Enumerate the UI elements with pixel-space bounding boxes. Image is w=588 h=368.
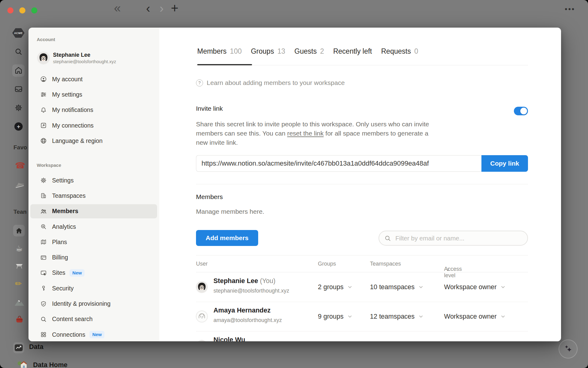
search-icon[interactable] [14,48,23,56]
tab-label: Members [197,47,227,56]
tab-count: 0 [414,47,418,56]
sidebar-item-members[interactable]: Members [28,204,159,219]
sidebar-item-content-search[interactable]: Content search [28,312,159,327]
invite-link-toggle[interactable] [514,107,528,115]
data-page-icon[interactable] [13,342,24,353]
sidebar-item-billing[interactable]: Billing [28,250,159,265]
add-members-button[interactable]: Add members [196,230,258,246]
sidebar-item-identity-provisioning[interactable]: Identity & provisioning [28,296,159,311]
tab-members[interactable]: Members 100 [197,47,242,56]
groups-dropdown[interactable]: 9 groups [318,302,352,331]
sidebar-item-analytics[interactable]: Analytics [28,219,159,234]
chevron-down-icon [348,315,352,318]
copy-link-button[interactable]: Copy link [481,155,528,172]
search-icon [384,235,391,242]
bag-emoji-icon[interactable] [15,316,24,323]
account-user-name: Stephanie Lee [53,52,116,59]
magnifier-plus-icon [40,223,47,230]
forward-icon[interactable]: › [160,2,164,14]
workspace-logo[interactable]: ACME [12,28,24,38]
coffee-emoji-icon[interactable]: ☕ [16,244,23,252]
close-window-button[interactable] [7,7,13,13]
you-suffix: (You) [258,277,276,285]
tab-label: Recently left [333,47,372,56]
member-name: Amaya Hernandez [213,307,270,314]
tab-groups[interactable]: Groups 13 [251,47,285,56]
more-options-icon[interactable]: ••• [565,6,575,13]
telephone-emoji-icon[interactable]: ☎ [15,162,25,170]
sidebar-item-data[interactable]: Data [29,343,43,351]
sidebar-item-plans[interactable]: Plans [28,234,159,250]
add-page-icon[interactable]: + [14,122,23,131]
settings-gear-icon[interactable] [14,104,23,112]
chevron-down-icon [501,286,505,288]
pencil-emoji-icon[interactable]: ✏ [15,280,22,288]
chevron-down-icon [501,315,505,318]
sidebar-collapse-icon[interactable]: « [114,2,121,14]
sneaker-emoji-icon[interactable] [14,180,25,189]
learn-link[interactable]: ? Learn about adding members to your wor… [196,79,345,86]
sort-descending-icon: ↓ [447,266,449,272]
access-level-dropdown[interactable]: Workspace owner [444,302,505,331]
tab-guests[interactable]: Guests 2 [294,47,324,56]
notion-ai-button[interactable] [559,339,578,358]
description-line: new invite link. [196,138,429,147]
account-menu: My account My settings My notifications [28,71,159,148]
tab-recently-left[interactable]: Recently left [333,47,372,56]
sidebar-item-my-notifications[interactable]: My notifications [28,102,159,118]
column-header-user: User [196,261,208,267]
tab-requests[interactable]: Requests 0 [381,47,418,56]
sidebar-item-settings[interactable]: Settings [28,173,159,188]
home-icon[interactable] [14,66,23,75]
sidebar-item-my-settings[interactable]: My settings [28,87,159,102]
teamspaces-dropdown[interactable]: 12 teamspaces [370,302,423,331]
credit-card-icon [40,254,47,261]
access-level-dropdown[interactable]: Workspace owner [444,272,505,302]
reset-link[interactable]: reset the link [287,130,324,137]
learn-link-label: Learn about adding members to your works… [207,79,345,86]
sidebar-item-label: My notifications [52,106,93,113]
avatar [196,281,208,293]
sidebar-item-my-account[interactable]: My account [28,71,159,87]
members-section-title: Members [196,193,223,201]
mountain-emoji-icon[interactable] [14,299,24,306]
sidebar-item-label: Connections [52,331,85,338]
sidebar-item-sites[interactable]: Sites New [28,265,159,281]
filter-input[interactable] [395,234,522,242]
description-line: members can see this. You can reset the … [196,129,429,138]
description-line: Share this secret link to invite people … [196,120,429,129]
sidebar-item-label: Sites [52,269,65,276]
inbox-icon[interactable] [14,85,23,93]
member-email: amaya@toolsforthought.xyz [213,317,282,324]
member-row: Nicole Wu [196,331,528,341]
bench-emoji-icon[interactable] [15,263,24,269]
new-badge: New [70,269,85,277]
member-email: stephanie@toolsforthought.xyz [213,288,289,294]
back-icon[interactable]: ‹ [146,2,150,14]
chevron-down-icon [348,286,352,288]
teamspaces-dropdown[interactable]: 10 teamspaces [370,272,423,302]
avatar [196,311,208,322]
invite-url-input[interactable] [196,155,481,172]
teamspace-home-icon[interactable] [13,225,25,236]
sliders-icon [40,91,47,98]
sidebar-item-security[interactable]: Security [28,281,159,296]
data-home-page-icon[interactable] [17,360,27,368]
sidebar-item-my-connections[interactable]: My connections [28,118,159,133]
groups-dropdown[interactable]: 2 groups [318,272,352,302]
groups-value: 9 groups [318,313,344,320]
sidebar-item-teamspaces[interactable]: Teamspaces [28,188,159,203]
filter-field[interactable] [379,231,528,246]
zoom-window-button[interactable] [31,7,37,13]
description-text: for all space members to generate a [324,130,428,137]
globe-icon [40,137,47,144]
account-profile[interactable]: Stephanie Lee stephanie@toolsforthought.… [37,52,116,64]
sidebar-item-label: Teamspaces [52,192,85,199]
sidebar-item-data-home[interactable]: Data Home [33,361,67,368]
app-sidebar-rail: ACME + Favo ☎ Tean ☕ ✏ [0,0,28,368]
minimize-window-button[interactable] [19,7,25,13]
new-tab-icon[interactable]: + [171,2,179,15]
account-user-email: stephanie@toolsforthought.xyz [53,59,116,64]
sidebar-item-language-region[interactable]: Language & region [28,133,159,148]
sidebar-item-connections[interactable]: Connections New [28,327,159,341]
